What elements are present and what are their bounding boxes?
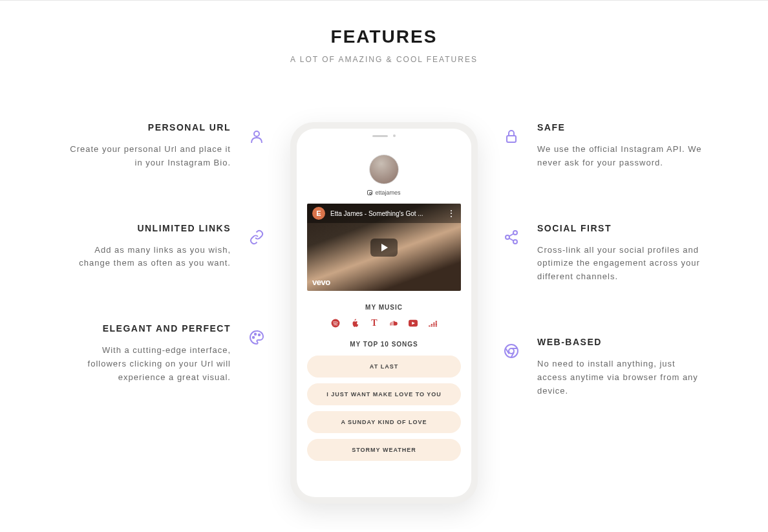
svg-rect-15: [436, 326, 437, 327]
svg-rect-10: [433, 324, 434, 325]
tidal-icon[interactable]: T: [370, 319, 379, 328]
lock-icon: [504, 129, 519, 144]
song-item[interactable]: A SUNDAY KIND OF LOVE: [307, 411, 461, 433]
username-text: ettajames: [375, 189, 400, 196]
feature-title: SAFE: [537, 122, 705, 133]
section-title: FEATURES: [13, 27, 755, 47]
feature-desc: Cross-link all your social profiles and …: [537, 244, 705, 284]
feature-personal-url: PERSONAL URL Create your personal Url an…: [13, 122, 264, 170]
feature-desc: No need to install anything, just access…: [537, 357, 705, 398]
feature-title: SOCIAL FIRST: [537, 223, 705, 233]
deezer-icon[interactable]: [428, 319, 437, 328]
link-icon: [249, 229, 264, 245]
features-right-column: SAFE We use the official Instagram API. …: [504, 122, 755, 398]
play-icon: [381, 244, 388, 251]
video-title: Etta James - Something's Got ...: [330, 210, 442, 217]
svg-point-0: [254, 131, 259, 136]
svg-rect-12: [436, 321, 437, 323]
svg-rect-8: [431, 326, 432, 327]
svg-point-1: [253, 337, 254, 338]
palette-icon: [249, 330, 264, 345]
apple-icon[interactable]: [350, 319, 359, 328]
feature-desc: With a cutting-edge interface, followers…: [63, 344, 231, 384]
soundcloud-icon[interactable]: [389, 319, 398, 328]
features-left-column: PERSONAL URL Create your personal Url an…: [13, 122, 264, 385]
song-item[interactable]: AT LAST: [307, 356, 461, 378]
feature-desc: We use the official Instagram API. We ne…: [537, 143, 705, 170]
feature-safe: SAFE We use the official Instagram API. …: [504, 122, 755, 170]
spotify-icon[interactable]: [331, 319, 340, 328]
phone-notch: [355, 129, 413, 143]
svg-rect-6: [429, 326, 430, 327]
feature-elegant: ELEGANT AND PERFECT With a cutting-edge …: [13, 323, 264, 384]
svg-rect-16: [507, 136, 516, 142]
video-logo: vevo: [312, 277, 330, 287]
svg-rect-7: [431, 324, 432, 325]
svg-point-17: [513, 231, 517, 235]
youtube-icon[interactable]: [409, 319, 418, 328]
svg-point-18: [506, 235, 509, 239]
instagram-icon: [367, 190, 372, 195]
svg-rect-14: [436, 324, 437, 325]
features-wrapper: PERSONAL URL Create your personal Url an…: [13, 122, 755, 504]
video-channel-badge: E: [312, 207, 325, 220]
feature-desc: Add as many links as you wish, change th…: [63, 244, 231, 271]
music-service-icons: T: [307, 319, 461, 328]
username: ettajames: [307, 189, 461, 196]
svg-rect-13: [436, 323, 437, 324]
song-item[interactable]: I JUST WANT MAKE LOVE TO YOU: [307, 383, 461, 405]
feature-title: UNLIMITED LINKS: [63, 223, 231, 233]
play-button[interactable]: [370, 239, 398, 257]
phone-screen: ettajames E Etta James - Something's Got…: [297, 129, 471, 497]
feature-social-first: SOCIAL FIRST Cross-link all your social …: [504, 223, 755, 284]
svg-point-3: [259, 334, 260, 335]
feature-title: WEB-BASED: [537, 337, 705, 347]
chrome-icon: [504, 343, 519, 359]
phone-mockup: ettajames E Etta James - Something's Got…: [290, 122, 478, 504]
video-menu-icon[interactable]: ⋮: [447, 209, 456, 218]
music-section-title: MY MUSIC: [307, 304, 461, 311]
feature-desc: Create your personal Url and place it in…: [63, 143, 231, 170]
share-icon: [504, 229, 519, 245]
feature-title: PERSONAL URL: [63, 122, 231, 133]
avatar: [369, 154, 399, 184]
feature-title: ELEGANT AND PERFECT: [63, 323, 231, 334]
video-embed[interactable]: E Etta James - Something's Got ... ⋮ vev…: [307, 204, 461, 291]
songs-section-title: MY TOP 10 SONGS: [307, 341, 461, 348]
song-list: AT LAST I JUST WANT MAKE LOVE TO YOU A S…: [307, 356, 461, 461]
feature-unlimited-links: UNLIMITED LINKS Add as many links as you…: [13, 223, 264, 271]
song-item[interactable]: STORMY WEATHER: [307, 439, 461, 461]
user-icon: [249, 129, 264, 144]
svg-rect-9: [433, 323, 434, 324]
svg-rect-11: [433, 326, 434, 327]
feature-web-based: WEB-BASED No need to install anything, j…: [504, 337, 755, 398]
section-subtitle: A LOT OF AMAZING & COOL FEATURES: [13, 55, 755, 64]
svg-point-2: [255, 334, 256, 335]
svg-point-19: [513, 240, 517, 244]
